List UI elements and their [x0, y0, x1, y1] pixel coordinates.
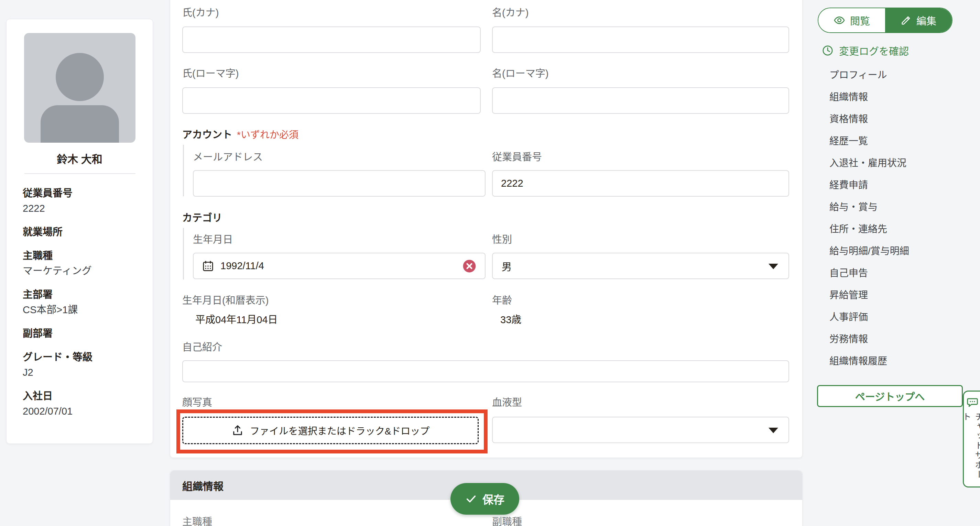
sub-job-label: 副職種: [492, 516, 522, 526]
birthdate-input[interactable]: 1992/11/4: [193, 253, 485, 279]
person-placeholder-icon: [24, 33, 135, 143]
required-note: *いずれか必須: [237, 130, 299, 140]
email-label: メールアドレス: [193, 151, 263, 163]
edit-mode-label: 編集: [916, 13, 936, 27]
upload-icon: [231, 424, 244, 437]
profile-summary-card: 鈴木 大和 従業員番号 2222 就業場所 主職種 マーケティング 主部署 CS…: [6, 19, 153, 444]
view-mode-label: 閲覧: [850, 13, 870, 27]
profile-field: 主職種 マーケティング: [23, 249, 143, 278]
account-section-header: アカウント*いずれか必須: [182, 129, 299, 141]
first-name-kana-input[interactable]: [492, 27, 789, 53]
nav-item-employment-status[interactable]: 入退社・雇用状況: [829, 156, 909, 170]
view-mode-button[interactable]: 閲覧: [818, 8, 885, 32]
changelog-link[interactable]: 変更ログを確認: [822, 43, 909, 58]
last-name-roman-label: 氏(ローマ字): [182, 67, 239, 80]
chat-bubble-icon: [966, 396, 978, 409]
birthdate-label: 生年月日: [193, 234, 233, 246]
nav-item-raise-management[interactable]: 昇給管理: [829, 288, 909, 302]
clock-icon: [822, 45, 834, 56]
photo-upload-button[interactable]: ファイルを選択またはドラック&ドロップ: [182, 417, 479, 444]
pencil-icon: [900, 15, 912, 26]
divider: [24, 173, 135, 174]
bio-input[interactable]: [182, 360, 789, 382]
birthdate-wareki-label: 生年月日(和暦表示): [182, 294, 269, 307]
view-edit-toggle: 閲覧 編集: [818, 8, 953, 33]
gender-label: 性別: [492, 234, 512, 246]
profile-field: 入社日 2002/07/01: [23, 389, 143, 418]
nav-item-self-report[interactable]: 自己申告: [829, 266, 909, 281]
birthdate-wareki-value: 平成04年11月04日: [195, 313, 278, 327]
save-button[interactable]: 保存: [450, 483, 519, 515]
profile-field: 従業員番号 2222: [23, 186, 143, 215]
last-name-kana-input[interactable]: [182, 27, 481, 53]
edit-mode-button[interactable]: 編集: [885, 8, 952, 32]
chevron-down-icon: [768, 427, 778, 433]
birthdate-value: 1992/11/4: [220, 260, 264, 272]
profile-field: 就業場所: [23, 225, 143, 239]
profile-fields: 従業員番号 2222 就業場所 主職種 マーケティング 主部署 CS本部>1課 …: [23, 186, 143, 428]
clear-x-icon: [462, 269, 477, 274]
section-nav: プロフィール 組織情報 資格情報 経歴一覧 入退社・雇用状況 経費申請 給与・賞…: [829, 68, 909, 376]
nav-item-org-history[interactable]: 組織情報履歴: [829, 354, 909, 369]
nav-item-labor-info[interactable]: 労務情報: [829, 332, 909, 346]
save-button-label: 保存: [482, 491, 504, 507]
nav-item-profile[interactable]: プロフィール: [829, 68, 909, 83]
nav-item-qualifications[interactable]: 資格情報: [829, 112, 909, 127]
age-value: 33歳: [500, 313, 521, 327]
profile-edit-form-card: 氏(カナ) 名(カナ) 氏(ローマ字) 名(ローマ字) アカウント*いずれか必須…: [170, 0, 803, 458]
account-group-line: [183, 145, 184, 196]
changelog-label: 変更ログを確認: [839, 43, 909, 58]
employee-profile-edit-page: 鈴木 大和 従業員番号 2222 就業場所 主職種 マーケティング 主部署 CS…: [0, 0, 980, 526]
bio-label: 自己紹介: [182, 341, 222, 353]
employee-name: 鈴木 大和: [6, 151, 153, 166]
gender-value: 男: [502, 259, 512, 273]
last-name-roman-input[interactable]: [182, 87, 481, 114]
nav-item-org-info[interactable]: 組織情報: [829, 90, 909, 105]
blood-type-select[interactable]: [492, 417, 789, 443]
chevron-down-icon: [768, 264, 778, 269]
employee-number-label: 従業員番号: [492, 151, 542, 163]
first-name-roman-label: 名(ローマ字): [492, 67, 549, 80]
category-group-line: [183, 228, 184, 280]
category-section-header: カテゴリ: [182, 212, 222, 224]
profile-field: 主部署 CS本部>1課: [23, 288, 143, 317]
eye-icon: [834, 14, 845, 26]
blood-type-label: 血液型: [492, 396, 522, 409]
last-name-kana-label: 氏(カナ): [182, 6, 219, 19]
nav-item-hr-evaluation[interactable]: 人事評価: [829, 310, 909, 324]
nav-item-salary-bonus[interactable]: 給与・賞与: [829, 200, 909, 215]
nav-item-expense-request[interactable]: 経費申請: [829, 178, 909, 192]
nav-item-payslip[interactable]: 給与明細/賞与明細: [829, 244, 909, 259]
gender-select[interactable]: 男: [492, 253, 789, 279]
nav-item-address-contact[interactable]: 住所・連絡先: [829, 222, 909, 237]
avatar: [24, 33, 135, 143]
chat-support-tab[interactable]: チャットサポート: [963, 391, 980, 488]
photo-label: 顔写真: [182, 396, 212, 409]
clear-date-button[interactable]: [462, 259, 477, 273]
first-name-kana-label: 名(カナ): [492, 6, 528, 19]
email-input[interactable]: [193, 170, 485, 197]
profile-field: グレード・等級 J2: [23, 350, 143, 379]
chat-support-label: チャットサポート: [960, 412, 980, 486]
check-icon: [465, 493, 477, 505]
upload-button-label: ファイルを選択またはドラック&ドロップ: [250, 424, 430, 437]
nav-item-career-list[interactable]: 経歴一覧: [829, 134, 909, 148]
age-label: 年齢: [492, 294, 512, 307]
calendar-icon: [202, 260, 214, 272]
main-job-label: 主職種: [182, 516, 212, 526]
profile-field: 副部署: [23, 327, 143, 340]
first-name-roman-input[interactable]: [492, 87, 789, 114]
employee-number-input[interactable]: [492, 170, 789, 197]
page-top-button[interactable]: ページトップへ: [817, 385, 963, 407]
